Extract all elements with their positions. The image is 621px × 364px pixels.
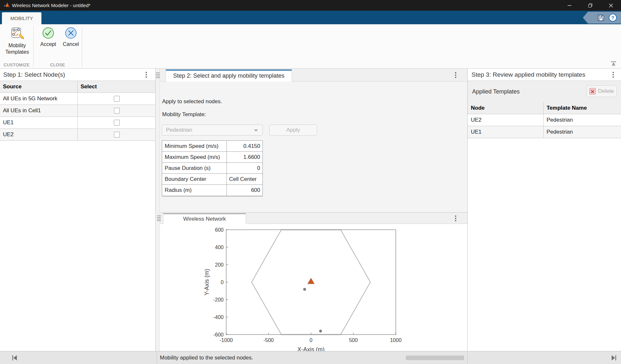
mobility-templates-label: Mobility Templates bbox=[3, 42, 31, 55]
node-source-label: All UEs in 5G Network bbox=[0, 93, 78, 105]
step3-panel-header: Step 3: Review applied mobility template… bbox=[468, 69, 621, 81]
table-row[interactable]: UE2 Pedestrian bbox=[468, 114, 621, 126]
step3-table-header: Node Template Name bbox=[468, 102, 621, 114]
param-row: Pause Duration (s) 0 bbox=[162, 163, 262, 174]
cancel-icon bbox=[65, 27, 77, 39]
ue-node-marker bbox=[303, 288, 306, 291]
y-tick-label: 200 bbox=[215, 262, 224, 268]
param-row: Boundary Center Cell Center bbox=[162, 174, 262, 185]
network-view-tabbar: Wireless Network bbox=[160, 212, 467, 224]
chevron-down-icon bbox=[254, 129, 258, 132]
minimize-button[interactable] bbox=[560, 0, 580, 11]
close-button[interactable] bbox=[601, 0, 621, 11]
x-tick-label: 500 bbox=[349, 337, 358, 343]
matlab-logo-icon bbox=[3, 2, 10, 9]
y-tick-label: 0 bbox=[221, 280, 224, 285]
apply-button[interactable]: Apply bbox=[269, 125, 317, 136]
param-value[interactable]: Cell Center bbox=[227, 174, 262, 184]
step3-col-node: Node bbox=[468, 102, 544, 114]
minimize-icon bbox=[567, 3, 572, 8]
apply-to-text: Apply to selected nodes. bbox=[162, 98, 222, 105]
select-checkbox[interactable] bbox=[114, 96, 120, 102]
applied-templates-band: Applied Templates Delete bbox=[468, 81, 621, 102]
select-checkbox[interactable] bbox=[114, 120, 120, 126]
param-value[interactable]: 0 bbox=[227, 163, 262, 173]
y-tick-label: -400 bbox=[213, 314, 224, 320]
step3-panel: Step 3: Review applied mobility template… bbox=[467, 69, 621, 351]
mobility-template-dropdown[interactable]: Pedestrian bbox=[162, 125, 263, 136]
x-axis-label: X-Axis (m) bbox=[297, 346, 325, 351]
select-checkbox[interactable] bbox=[114, 132, 120, 138]
restore-icon bbox=[588, 3, 593, 8]
status-message: Mobility applied to the selected nodes. bbox=[160, 351, 253, 364]
step3-kebab-menu-icon[interactable] bbox=[613, 72, 614, 78]
network-view-kebab-menu-icon[interactable] bbox=[455, 215, 456, 221]
wireless-network-modeler-window: Wireless Network Modeler - untitled* MOB… bbox=[0, 0, 621, 364]
tab-wireless-network[interactable]: Wireless Network bbox=[163, 213, 246, 224]
tab-mobility[interactable]: MOBILITY bbox=[2, 12, 41, 24]
step1-title: Step 1: Select Node(s) bbox=[3, 69, 65, 81]
cancel-button[interactable]: Cancel bbox=[60, 27, 82, 48]
step2-kebab-menu-icon[interactable] bbox=[455, 72, 456, 78]
step1-col-select: Select bbox=[78, 81, 155, 93]
table-row: All UEs in 5G Network bbox=[0, 93, 155, 105]
param-value[interactable]: 600 bbox=[227, 185, 262, 196]
scrollbar-thumb[interactable] bbox=[406, 356, 464, 360]
table-row[interactable]: UE1 Pedestrian bbox=[468, 126, 621, 138]
step1-kebab-menu-icon[interactable] bbox=[146, 72, 147, 78]
save-button[interactable] bbox=[596, 13, 605, 22]
x-tick-label: -500 bbox=[263, 337, 274, 343]
param-row: Maximum Speed (m/s) 1.6600 bbox=[162, 152, 262, 163]
step1-panel-header: Step 1: Select Node(s) bbox=[0, 69, 155, 81]
network-plot[interactable]: -1000-50005001000-600-400-2000200400600X… bbox=[160, 224, 467, 351]
y-axis-label: Y-Axis (m) bbox=[204, 269, 210, 295]
step2-tabbar: Step 2: Select and apply mobility templa… bbox=[160, 69, 467, 82]
param-name: Pause Duration (s) bbox=[162, 163, 227, 173]
accept-button[interactable]: Accept bbox=[38, 27, 59, 48]
y-tick-label: -200 bbox=[213, 297, 224, 303]
tab-step2[interactable]: Step 2: Select and apply mobility templa… bbox=[166, 70, 292, 82]
collapse-ribbon-icon[interactable] bbox=[610, 61, 617, 66]
param-value[interactable]: 1.6600 bbox=[227, 152, 262, 162]
table-row: UE2 bbox=[0, 129, 155, 141]
mobility-templates-button[interactable]: Mobility Templates bbox=[3, 27, 31, 55]
param-name: Minimum Speed (m/s) bbox=[162, 141, 227, 151]
table-row: UE1 bbox=[0, 117, 155, 129]
param-name: Maximum Speed (m/s) bbox=[162, 152, 227, 162]
mobility-template-label: Mobility Template: bbox=[162, 111, 206, 118]
drag-grip-icon[interactable] bbox=[156, 72, 160, 78]
applied-node: UE2 bbox=[468, 114, 544, 126]
node-source-label: All UEs in Cell1 bbox=[0, 105, 78, 116]
dropdown-value: Pedestrian bbox=[166, 127, 192, 133]
network-figure: -1000-50005001000-600-400-2000200400600X… bbox=[160, 224, 467, 351]
mobility-templates-icon bbox=[10, 27, 24, 40]
delete-label: Delete bbox=[598, 88, 614, 94]
drag-grip-icon[interactable] bbox=[157, 215, 161, 221]
select-checkbox[interactable] bbox=[114, 108, 120, 114]
close-section-label: CLOSE bbox=[33, 62, 82, 67]
applied-templates-label: Applied Templates bbox=[472, 88, 520, 95]
ue-node-marker bbox=[319, 330, 322, 333]
help-button[interactable]: ? bbox=[608, 13, 617, 22]
x-tick-label: 1000 bbox=[390, 337, 402, 343]
param-value[interactable]: 0.4150 bbox=[227, 141, 262, 151]
applied-template: Pedestrian bbox=[544, 126, 621, 138]
table-row: All UEs in Cell1 bbox=[0, 105, 155, 117]
template-parameters-table: Minimum Speed (m/s) 0.4150 Maximum Speed… bbox=[162, 140, 263, 196]
cancel-label: Cancel bbox=[60, 41, 82, 48]
delete-button[interactable]: Delete bbox=[586, 85, 617, 97]
save-icon bbox=[597, 14, 605, 22]
param-name: Radius (m) bbox=[162, 185, 227, 196]
statusbar: Mobility applied to the selected nodes. bbox=[0, 351, 621, 364]
restore-button[interactable] bbox=[580, 0, 600, 11]
step3-title: Step 3: Review applied mobility template… bbox=[471, 69, 585, 81]
step2-content: Apply to selected nodes. Mobility Templa… bbox=[160, 82, 467, 212]
window-title: Wireless Network Modeler - untitled* bbox=[12, 0, 91, 11]
y-tick-label: 400 bbox=[215, 245, 224, 250]
step1-col-source: Source bbox=[0, 81, 78, 93]
skip-start-icon[interactable] bbox=[12, 355, 17, 361]
quick-access-toolbar: ? bbox=[583, 12, 621, 24]
skip-end-icon[interactable] bbox=[611, 355, 617, 361]
step1-table-header: Source Select bbox=[0, 81, 155, 93]
panel-splitter[interactable] bbox=[155, 69, 160, 351]
